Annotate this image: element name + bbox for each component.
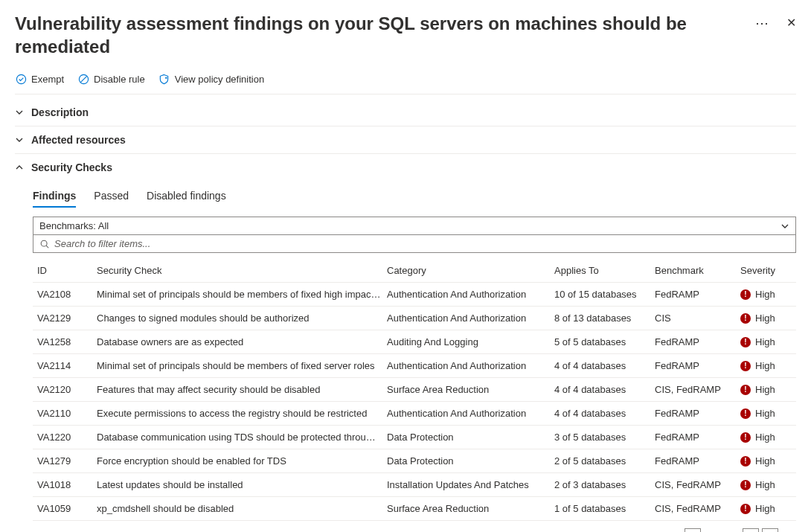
search-input[interactable] [54, 238, 789, 249]
cell-applies-to: 10 of 15 databases [554, 289, 655, 300]
svg-point-4 [41, 240, 47, 246]
tab-disabled-findings[interactable]: Disabled findings [147, 187, 226, 208]
cell-id: VA1258 [37, 336, 97, 347]
chevron-down-icon [780, 222, 789, 231]
severity-label: High [755, 384, 775, 395]
view-policy-label: View policy definition [175, 74, 264, 85]
severity-label: High [755, 432, 775, 443]
table-row[interactable]: VA2129Changes to signed modules should b… [33, 307, 796, 330]
security-checks-label: Security Checks [31, 161, 112, 173]
exempt-button[interactable]: Exempt [15, 73, 64, 85]
table-row[interactable]: VA1258Database owners are as expectedAud… [33, 330, 796, 354]
cell-security-check: Latest updates should be installed [97, 479, 387, 490]
page-2-button[interactable]: 2 [704, 528, 720, 532]
svg-line-2 [80, 76, 86, 82]
col-id[interactable]: ID [37, 265, 97, 276]
cell-security-check: Database communication using TDS should … [97, 432, 387, 443]
severity-high-icon: ! [740, 289, 751, 300]
tab-passed[interactable]: Passed [94, 187, 129, 208]
cell-severity: !High [740, 408, 800, 419]
cell-severity: !High [740, 432, 800, 443]
cell-category: Authentication And Authorization [387, 408, 554, 419]
severity-label: High [755, 408, 775, 419]
page-3-button[interactable]: 3 [723, 528, 740, 532]
cell-security-check: Features that may affect security should… [97, 384, 387, 395]
cell-applies-to: 4 of 4 databases [554, 360, 655, 371]
benchmark-dropdown[interactable]: Benchmarks: All [33, 217, 796, 235]
cell-id: VA1059 [37, 503, 97, 514]
table-row[interactable]: VA1018Latest updates should be installed… [33, 473, 796, 497]
svg-point-0 [16, 74, 25, 83]
col-security-check[interactable]: Security Check [97, 265, 387, 276]
disable-rule-button[interactable]: Disable rule [77, 73, 145, 85]
severity-high-icon: ! [740, 456, 751, 467]
cell-security-check: xp_cmdshell should be disabled [97, 503, 387, 514]
table-row[interactable]: VA1279Force encryption should be enabled… [33, 449, 796, 473]
description-accordion[interactable]: Description [15, 99, 796, 126]
severity-label: High [755, 313, 775, 324]
cell-category: Authentication And Authorization [387, 360, 554, 371]
cell-id: VA2120 [37, 384, 97, 395]
cell-severity: !High [740, 384, 800, 395]
cell-severity: !High [740, 479, 800, 490]
view-policy-button[interactable]: View policy definition [158, 73, 264, 85]
cell-benchmark: FedRAMP [655, 408, 740, 419]
severity-high-icon: ! [740, 313, 751, 324]
table-header: ID Security Check Category Applies To Be… [33, 259, 796, 283]
severity-label: High [755, 360, 775, 371]
cell-benchmark: CIS, FedRAMP [655, 479, 740, 490]
cell-severity: !High [740, 503, 800, 514]
cell-id: VA1018 [37, 479, 97, 490]
table-row[interactable]: VA2120Features that may affect security … [33, 378, 796, 402]
cell-id: VA2110 [37, 408, 97, 419]
close-icon[interactable]: ✕ [786, 17, 796, 29]
cell-severity: !High [740, 336, 800, 347]
cell-category: Authentication And Authorization [387, 313, 554, 324]
cell-id: VA2108 [37, 289, 97, 300]
cell-security-check: Force encryption should be enabled for T… [97, 455, 387, 467]
cell-severity: !High [740, 455, 800, 467]
search-icon [39, 239, 50, 249]
prev-page-button[interactable] [743, 528, 759, 532]
cell-applies-to: 4 of 4 databases [554, 384, 655, 395]
cell-applies-to: 2 of 3 databases [554, 479, 655, 490]
cell-benchmark: FedRAMP [655, 289, 740, 300]
affected-resources-accordion[interactable]: Affected resources [15, 126, 796, 153]
severity-label: High [755, 336, 775, 347]
table-row[interactable]: VA2108Minimal set of principals should b… [33, 283, 796, 307]
col-severity[interactable]: Severity [740, 265, 800, 276]
cell-benchmark: FedRAMP [655, 455, 740, 467]
table-row[interactable]: VA1220Database communication using TDS s… [33, 426, 796, 449]
severity-high-icon: ! [740, 432, 751, 443]
security-checks-accordion[interactable]: Security Checks [15, 154, 796, 181]
col-category[interactable]: Category [387, 265, 554, 276]
next-page-button[interactable] [762, 528, 778, 532]
table-row[interactable]: VA2110Execute permissions to access the … [33, 402, 796, 426]
cell-category: Auditing And Logging [387, 336, 554, 347]
cell-id: VA2129 [37, 313, 97, 324]
page-1-button[interactable]: 1 [685, 528, 701, 532]
description-label: Description [31, 106, 89, 118]
cell-applies-to: 1 of 5 databases [554, 503, 655, 514]
cell-benchmark: FedRAMP [655, 360, 740, 371]
table-row[interactable]: VA2114Minimal set of principals should b… [33, 354, 796, 378]
col-applies-to[interactable]: Applies To [554, 265, 655, 276]
search-box[interactable] [33, 234, 796, 253]
table-row[interactable]: VA1059xp_cmdshell should be disabledSurf… [33, 497, 796, 521]
col-benchmark[interactable]: Benchmark [655, 265, 740, 276]
severity-label: High [755, 503, 775, 514]
cell-category: Authentication And Authorization [387, 289, 554, 300]
cell-security-check: Minimal set of principals should be memb… [97, 289, 387, 300]
exempt-label: Exempt [31, 74, 64, 85]
svg-point-3 [165, 77, 167, 78]
tab-findings[interactable]: Findings [33, 187, 76, 208]
severity-high-icon: ! [740, 361, 751, 371]
cell-severity: !High [740, 313, 800, 324]
cell-benchmark: CIS, FedRAMP [655, 503, 740, 514]
cell-security-check: Database owners are as expected [97, 336, 387, 347]
cell-security-check: Minimal set of principals should be memb… [97, 360, 387, 371]
cell-applies-to: 4 of 4 databases [554, 408, 655, 419]
severity-high-icon: ! [740, 385, 751, 395]
more-actions-icon[interactable]: ⋯ [755, 16, 769, 30]
cell-benchmark: CIS [655, 313, 740, 324]
